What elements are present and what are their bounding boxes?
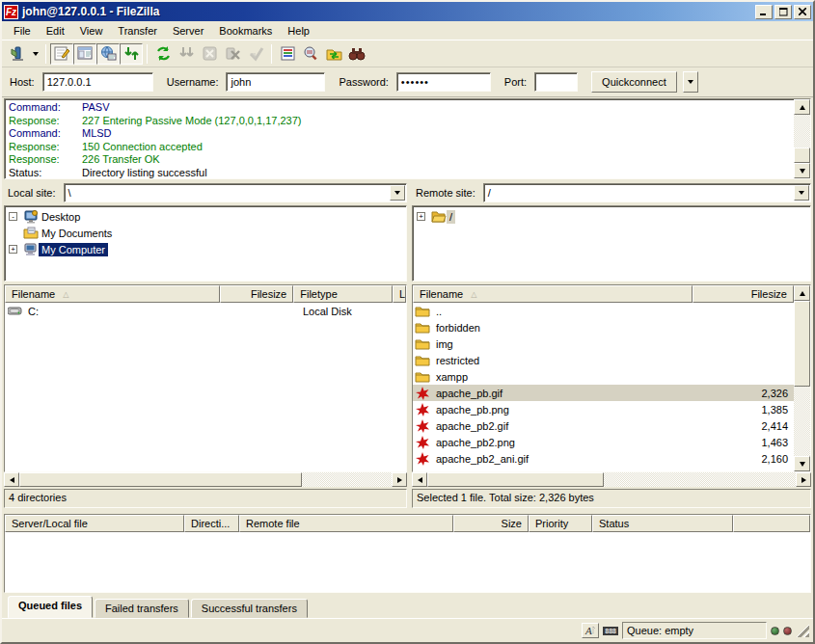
column-header-size[interactable]: Size <box>453 515 529 532</box>
tree-item-label[interactable]: My Computer <box>39 243 108 256</box>
resize-grip[interactable] <box>796 624 809 637</box>
close-button[interactable] <box>794 5 811 19</box>
queue-header: Server/Local file Directi... Remote file… <box>5 515 810 532</box>
column-header-priority[interactable]: Priority <box>529 515 592 532</box>
receive-indicator-led <box>771 627 779 635</box>
tree-item-my-documents[interactable]: My Documents <box>5 225 406 241</box>
find-files-button[interactable] <box>345 43 368 65</box>
menu-edit[interactable]: Edit <box>39 22 72 40</box>
file-row[interactable]: apache_pb.png 1,385 <box>413 401 794 417</box>
expand-icon[interactable]: + <box>9 245 17 254</box>
file-row[interactable]: apache_pb2.gif 2,414 <box>413 417 794 434</box>
local-horizontal-scrollbar[interactable] <box>4 472 407 487</box>
scroll-right-button[interactable] <box>392 472 407 487</box>
scroll-track[interactable] <box>19 472 392 487</box>
tree-item-desktop[interactable]: - Desktop <box>5 208 406 225</box>
remote-site-bar: Remote site: / <box>412 182 811 203</box>
column-header-filesize[interactable]: Filesize <box>693 285 794 303</box>
toggle-local-tree-button[interactable] <box>73 43 96 65</box>
file-row[interactable]: apache_pb2_ani.gif 2,160 <box>413 450 794 467</box>
expand-icon[interactable]: + <box>417 212 425 221</box>
column-header-direction[interactable]: Directi... <box>184 515 239 532</box>
scroll-down-button[interactable] <box>794 456 810 471</box>
quickconnect-button[interactable]: Quickconnect <box>591 71 677 93</box>
file-row[interactable]: .. <box>413 303 794 319</box>
speed-limits-indicator[interactable]: 888 <box>603 627 618 635</box>
site-manager-dropdown[interactable] <box>29 43 41 65</box>
log-vertical-scrollbar[interactable] <box>794 99 810 178</box>
directory-comparison-button[interactable] <box>299 43 322 65</box>
column-header-filesize[interactable]: Filesize <box>220 285 293 303</box>
toggle-message-log-button[interactable] <box>50 43 73 65</box>
scroll-track[interactable] <box>794 301 810 456</box>
local-site-dropdown[interactable] <box>390 185 405 201</box>
scroll-up-button[interactable] <box>794 99 810 115</box>
password-input[interactable] <box>396 72 491 92</box>
minimize-button[interactable] <box>755 5 773 19</box>
refresh-button[interactable] <box>151 43 175 65</box>
column-header-filetype[interactable]: Filetype <box>293 285 393 303</box>
menu-help[interactable]: Help <box>280 22 317 40</box>
toggle-remote-tree-button[interactable] <box>96 43 120 65</box>
tab-failed-transfers[interactable]: Failed transfers <box>95 599 189 618</box>
column-header-last-modified[interactable]: L <box>393 285 406 303</box>
scroll-thumb[interactable] <box>794 148 810 163</box>
scroll-thumb[interactable] <box>794 301 810 387</box>
toggle-transfer-queue-button[interactable] <box>120 43 143 65</box>
tab-queued-files[interactable]: Queued files <box>8 596 93 618</box>
remote-vertical-scrollbar[interactable] <box>794 285 810 471</box>
scroll-thumb[interactable] <box>19 472 302 487</box>
scroll-left-button[interactable] <box>4 472 19 487</box>
tab-successful-transfers[interactable]: Successful transfers <box>191 599 308 618</box>
file-row[interactable]: apache_pb2.png 1,463 <box>413 434 794 450</box>
remote-site-combo[interactable]: / <box>483 183 811 202</box>
password-label: Password: <box>339 76 388 88</box>
host-input[interactable] <box>42 72 153 92</box>
menu-bookmarks[interactable]: Bookmarks <box>211 22 280 40</box>
scroll-right-button[interactable] <box>796 472 811 487</box>
tree-item-my-computer[interactable]: + My Computer <box>5 241 406 257</box>
remote-horizontal-scrollbar[interactable] <box>412 472 811 487</box>
tree-item-label[interactable]: My Documents <box>39 227 115 240</box>
scroll-track[interactable] <box>794 115 810 163</box>
scroll-track[interactable] <box>427 472 796 487</box>
collapse-icon[interactable]: - <box>9 212 17 221</box>
maximize-button[interactable] <box>774 5 792 19</box>
column-header-remote-file[interactable]: Remote file <box>239 515 453 532</box>
file-row[interactable]: restricted <box>413 352 794 368</box>
cancel-operation-button[interactable] <box>198 43 221 65</box>
tree-item-root[interactable]: + / <box>413 208 810 225</box>
menu-view[interactable]: View <box>72 22 111 40</box>
menu-file[interactable]: File <box>6 22 39 40</box>
scroll-down-button[interactable] <box>794 163 810 178</box>
file-row-selected[interactable]: apache_pb.gif 2,326 <box>413 385 794 401</box>
menu-server[interactable]: Server <box>165 22 211 40</box>
username-input[interactable] <box>226 72 325 92</box>
disconnect-button[interactable] <box>221 43 244 65</box>
scroll-up-button[interactable] <box>794 285 810 301</box>
quickconnect-dropdown[interactable] <box>683 71 698 93</box>
tree-item-label[interactable]: Desktop <box>39 210 83 224</box>
remote-site-dropdown[interactable] <box>794 185 809 201</box>
column-header-status[interactable]: Status <box>592 515 733 532</box>
tree-item-label[interactable]: / <box>447 210 455 224</box>
scroll-left-button[interactable] <box>412 472 427 487</box>
file-row[interactable]: xampp <box>413 368 794 385</box>
port-input[interactable] <box>534 72 578 92</box>
column-header-filename[interactable]: Filename△ <box>5 285 220 303</box>
file-row[interactable]: img <box>413 335 794 352</box>
file-row-c-drive[interactable]: C: Local Disk <box>5 303 406 319</box>
reconnect-button[interactable] <box>244 43 267 65</box>
scroll-thumb[interactable] <box>427 472 604 487</box>
column-header-filename[interactable]: Filename△ <box>413 285 693 303</box>
filter-button[interactable] <box>276 43 299 65</box>
file-row[interactable]: forbidden <box>413 319 794 335</box>
site-manager-button[interactable] <box>6 43 29 65</box>
local-site-combo[interactable]: \ <box>64 183 407 202</box>
process-queue-button[interactable] <box>175 43 198 65</box>
column-header-server-local-file[interactable]: Server/Local file <box>5 515 184 532</box>
transfer-type-indicator[interactable]: A <box>582 623 599 638</box>
menu-transfer[interactable]: Transfer <box>110 22 165 40</box>
synchronized-browsing-button[interactable] <box>322 43 345 65</box>
local-pane: Local site: \ - Desktop My Documents <box>4 182 407 508</box>
